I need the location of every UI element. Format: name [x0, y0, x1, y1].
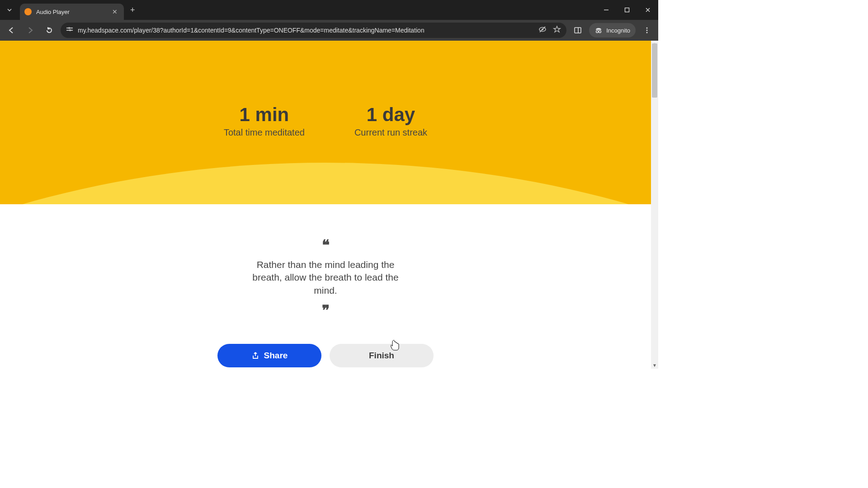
- reload-button[interactable]: [42, 23, 57, 38]
- new-tab-button[interactable]: +: [124, 5, 142, 15]
- browser-menu-icon[interactable]: [639, 23, 655, 38]
- svg-point-16: [599, 31, 601, 33]
- bookmark-icon[interactable]: [553, 25, 561, 35]
- url-text: my.headspace.com/player/38?authorId=1&co…: [78, 27, 425, 34]
- vertical-scrollbar[interactable]: ▲ ▼: [651, 41, 658, 369]
- share-button[interactable]: Share: [217, 344, 321, 367]
- incognito-icon: [594, 26, 603, 34]
- page-viewport: 1 min Total time meditated 1 day Current…: [0, 41, 658, 369]
- share-icon: [251, 352, 259, 360]
- maximize-window-button[interactable]: [617, 0, 637, 20]
- svg-rect-1: [625, 8, 629, 12]
- close-window-button[interactable]: [637, 0, 658, 20]
- stat-total-time: 1 min Total time meditated: [224, 104, 305, 138]
- stat-streak-value: 1 day: [354, 104, 427, 126]
- back-button[interactable]: [4, 23, 19, 38]
- scrollbar-thumb[interactable]: [652, 43, 657, 98]
- stat-streak: 1 day Current run streak: [354, 104, 427, 138]
- svg-point-8: [68, 27, 70, 29]
- titlebar: Audio Player ✕ +: [0, 0, 658, 20]
- stat-total-time-value: 1 min: [224, 104, 305, 126]
- incognito-label: Incognito: [606, 27, 630, 34]
- svg-point-15: [596, 31, 599, 33]
- tracking-blocked-icon[interactable]: [538, 25, 547, 35]
- minimize-window-button[interactable]: [596, 0, 617, 20]
- close-tab-icon[interactable]: ✕: [110, 7, 119, 16]
- tab-favicon: [24, 8, 32, 15]
- quote-text: Rather than the mind leading the breath,…: [251, 258, 400, 297]
- finish-button[interactable]: Finish: [330, 344, 434, 367]
- quote-close-icon: ❞: [0, 303, 651, 318]
- site-settings-icon[interactable]: [66, 26, 73, 35]
- hero-banner: 1 min Total time meditated 1 day Current…: [0, 41, 651, 204]
- stat-streak-label: Current run streak: [354, 127, 427, 138]
- side-panel-icon[interactable]: [570, 23, 585, 38]
- svg-point-9: [69, 29, 71, 31]
- svg-point-18: [646, 28, 648, 29]
- address-bar[interactable]: my.headspace.com/player/38?authorId=1&co…: [61, 23, 566, 38]
- share-button-label: Share: [264, 351, 288, 361]
- incognito-indicator[interactable]: Incognito: [589, 23, 636, 38]
- quote-block: ❝ Rather than the mind leading the breat…: [0, 238, 651, 318]
- browser-toolbar: my.headspace.com/player/38?authorId=1&co…: [0, 20, 658, 41]
- finish-button-label: Finish: [369, 351, 394, 361]
- stat-total-time-label: Total time meditated: [224, 127, 305, 138]
- svg-point-20: [646, 32, 648, 33]
- scroll-down-icon[interactable]: ▼: [652, 363, 657, 368]
- svg-rect-6: [66, 30, 70, 31]
- forward-button[interactable]: [23, 23, 38, 38]
- svg-rect-5: [70, 28, 73, 28]
- tab-title: Audio Player: [36, 9, 110, 15]
- svg-point-19: [646, 30, 648, 31]
- svg-rect-13: [575, 28, 581, 33]
- browser-tab[interactable]: Audio Player ✕: [20, 4, 124, 20]
- tab-search-dropdown[interactable]: [2, 2, 17, 18]
- quote-open-icon: ❝: [0, 238, 651, 252]
